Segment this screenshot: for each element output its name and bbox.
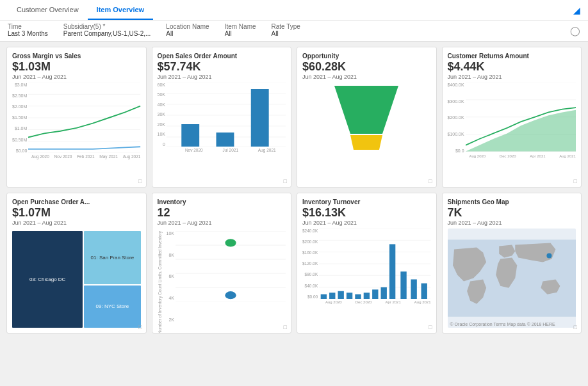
- inventory-chart-area: 10K 8K 6K 4K 2K 0: [167, 231, 286, 334]
- gross-margin-line-area: [28, 83, 140, 153]
- svg-point-32: [225, 291, 236, 299]
- svg-rect-40: [321, 294, 327, 298]
- inventory-turnover-footer: □: [429, 323, 432, 330]
- svg-rect-14: [181, 124, 199, 147]
- customer-returns-area: [466, 83, 576, 153]
- gross-margin-y-axis: $3.0M $2.50M $2.00M $1.50M $1.0M $0.50M …: [12, 83, 28, 153]
- open-sales-subtitle: Jun 2021 – Aug 2021: [158, 74, 286, 80]
- open-sales-title: Open Sales Order Amount: [158, 52, 286, 60]
- open-sales-x-axis: Nov 2020 Jul 2021 Aug 2021: [176, 148, 286, 152]
- tab-item-overview[interactable]: Item Overview: [88, 1, 154, 20]
- inventory-footer: □: [284, 323, 287, 330]
- inventory-chart-row: Total Number of Inventory Count Limits, …: [158, 231, 286, 334]
- svg-rect-44: [355, 294, 361, 298]
- filter-subsidiary-value: Parent Company,US-1,US-2,...: [63, 30, 151, 37]
- expand-icon-2[interactable]: □: [284, 178, 287, 184]
- opportunity-title: Opportunity: [302, 52, 431, 60]
- treemap-chicago: 03: Chicago DC: [12, 231, 83, 328]
- customer-returns-footer: □: [574, 177, 577, 184]
- gross-margin-subtitle: Jun 2021 – Aug 2021: [12, 74, 141, 80]
- shipments-amount: 7K: [448, 207, 576, 220]
- open-sales-amount: $57.74K: [158, 61, 286, 74]
- svg-rect-50: [411, 279, 417, 299]
- filter-subsidiary: Subsidiary(5) * Parent Company,US-1,US-2…: [63, 23, 151, 37]
- app-container: Customer Overview Item Overview ◢ Time L…: [0, 0, 588, 386]
- inventory-y-label: Total Number of Inventory Count Limits, …: [158, 231, 167, 334]
- svg-rect-48: [389, 244, 395, 299]
- card-customer-returns: Customer Returns Amount $4.44K Jun 2021 …: [442, 47, 582, 188]
- customer-returns-y-axis: $400.0K $300.0K $200.0K $100.0K $0.0: [448, 83, 466, 153]
- open-purchase-subtitle: Jun 2021 – Aug 2021: [12, 220, 141, 226]
- filter-icon[interactable]: ◢: [573, 5, 580, 15]
- expand-icon[interactable]: □: [138, 178, 142, 184]
- open-sales-bar-area: [167, 83, 286, 147]
- filter-rate-label: Rate Type: [272, 23, 300, 30]
- filter-location-label: Location Name: [166, 23, 209, 30]
- inventory-subtitle: Jun 2021 – Aug 2021: [158, 220, 286, 226]
- opportunity-funnel: [302, 83, 431, 153]
- svg-rect-43: [347, 293, 352, 299]
- svg-rect-41: [329, 293, 335, 299]
- open-purchase-title: Open Purchase Order A...: [12, 198, 141, 205]
- treemap-sanfran-label: 01: San Fran Store: [91, 255, 135, 261]
- treemap-right: 01: San Fran Store 09: NYC Store: [84, 231, 140, 328]
- card-inventory-turnover: Inventory Turnover $16.13K Jun 2021 – Au…: [297, 193, 437, 334]
- svg-marker-24: [466, 110, 576, 152]
- svg-rect-45: [364, 293, 370, 299]
- inventory-turnover-subtitle: Jun 2021 – Aug 2021: [302, 220, 431, 226]
- settings-icon[interactable]: ◯: [570, 23, 580, 36]
- inventory-turnover-bars: [319, 229, 430, 299]
- open-purchase-amount: $1.07M: [12, 207, 141, 220]
- expand-icon-4[interactable]: □: [574, 178, 577, 184]
- tab-customer-overview[interactable]: Customer Overview: [8, 1, 88, 20]
- expand-icon-5[interactable]: □: [138, 324, 142, 330]
- inventory-turnover-title: Inventory Turnover: [302, 198, 431, 205]
- inventory-turnover-y-axis: $240.0K $200.0K $160.0K $120.0K $80.0K $…: [302, 229, 319, 299]
- expand-icon-6[interactable]: □: [284, 324, 287, 330]
- inventory-dot-chart: [176, 231, 286, 302]
- filter-item-label: Item Name: [225, 23, 256, 30]
- open-sales-y-axis: 60K 50K 40K 30K 20K 10K 0: [158, 83, 167, 147]
- open-purchase-footer: □: [138, 323, 142, 330]
- tab-bar: Customer Overview Item Overview: [8, 1, 153, 20]
- svg-rect-47: [381, 287, 387, 298]
- svg-point-53: [546, 253, 551, 258]
- treemap-nyc: 09: NYC Store: [84, 285, 140, 328]
- filter-subsidiary-label: Subsidiary(5) *: [63, 23, 151, 30]
- opportunity-footer: □: [429, 177, 432, 184]
- expand-icon-3[interactable]: □: [429, 178, 432, 184]
- gross-margin-x-axis: Aug 2020 Nov 2020 Feb 2021 May 2021 Aug …: [31, 154, 141, 159]
- inventory-turnover-chart: $240.0K $200.0K $160.0K $120.0K $80.0K $…: [302, 229, 431, 304]
- shipments-title: Shipments Geo Map: [448, 198, 576, 205]
- card-inventory: Inventory 12 Jun 2021 – Aug 2021 Total N…: [152, 193, 292, 334]
- filter-rate-value: All: [272, 30, 300, 37]
- map-footer: © Oracle Corporation Terms Map data © 20…: [450, 322, 555, 326]
- filter-rate: Rate Type All: [272, 23, 300, 37]
- customer-returns-chart: $400.0K $300.0K $200.0K $100.0K $0.0: [448, 83, 576, 158]
- inventory-chart-inner: 10K 8K 6K 4K 2K 0: [167, 231, 286, 334]
- card-open-sales: Open Sales Order Amount $57.74K Jun 2021…: [152, 47, 292, 188]
- card-opportunity: Opportunity $60.28K Jun 2021 – Aug 2021 …: [297, 47, 437, 188]
- svg-marker-18: [350, 135, 382, 150]
- filter-location-value: All: [166, 30, 209, 37]
- svg-rect-49: [401, 271, 407, 299]
- header: Customer Overview Item Overview ◢: [0, 0, 588, 20]
- opportunity-amount: $60.28K: [302, 61, 431, 74]
- svg-rect-46: [372, 289, 378, 299]
- svg-marker-17: [334, 86, 398, 134]
- customer-returns-title: Customer Returns Amount: [448, 52, 576, 60]
- gross-margin-footer: □: [138, 177, 142, 184]
- gross-margin-title: Gross Margin vs Sales: [12, 52, 141, 60]
- customer-returns-subtitle: Jun 2021 – Aug 2021: [448, 74, 576, 80]
- treemap-chicago-label: 03: Chicago DC: [29, 277, 65, 282]
- svg-rect-51: [421, 283, 427, 298]
- card-shipments-geo: Shipments Geo Map 7K Jun 2021 – Aug 2021: [442, 193, 582, 334]
- expand-icon-7[interactable]: □: [429, 324, 432, 330]
- filter-time-label: Time: [8, 23, 48, 30]
- filter-time: Time Last 3 Months: [8, 23, 48, 37]
- shipments-subtitle: Jun 2021 – Aug 2021: [448, 220, 576, 226]
- opportunity-subtitle: Jun 2021 – Aug 2021: [302, 74, 431, 80]
- expand-icon-8[interactable]: □: [574, 324, 577, 330]
- customer-returns-x-axis: Aug 2020 Dec 2020 Apr 2021 Aug 2021: [470, 154, 576, 158]
- svg-rect-15: [216, 133, 234, 147]
